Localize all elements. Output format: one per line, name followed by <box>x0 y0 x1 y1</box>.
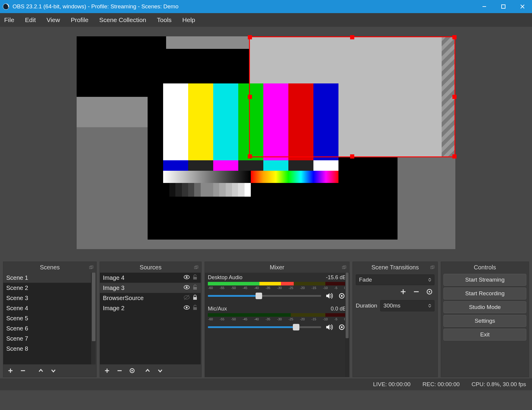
source-row[interactable]: Image 4 <box>100 273 201 283</box>
menu-file[interactable]: File <box>2 14 20 26</box>
updown-icon <box>425 304 434 308</box>
settings-button[interactable]: Settings <box>443 315 526 327</box>
lock-icon[interactable] <box>192 294 198 302</box>
source-image-3[interactable] <box>163 83 338 197</box>
svg-marker-31 <box>326 293 330 299</box>
start-streaming-button[interactable]: Start Streaming <box>443 274 526 286</box>
popout-icon[interactable] <box>342 264 347 269</box>
exit-button[interactable]: Exit <box>443 329 526 341</box>
scenes-scrollbar[interactable] <box>91 273 96 364</box>
unlock-icon[interactable] <box>192 284 198 292</box>
scene-label: Scene 1 <box>6 274 93 281</box>
add-scene-button[interactable] <box>4 365 16 376</box>
level-meter <box>208 313 346 317</box>
unlock-icon[interactable] <box>192 305 198 312</box>
channel-db: 0.0 dB <box>331 306 346 312</box>
menu-view[interactable]: View <box>41 14 65 26</box>
source-row[interactable]: Image 3 <box>100 283 201 293</box>
duration-spinbox[interactable]: 300ms <box>380 300 434 311</box>
sources-dock: Sources Image 4Image 3BrowserSourceImage… <box>100 262 202 377</box>
mixer-header[interactable]: Mixer <box>205 262 349 273</box>
window-maximize-button[interactable] <box>494 0 513 13</box>
status-rec: REC: 00:00:00 <box>423 381 460 388</box>
eye-off-icon[interactable] <box>183 294 190 302</box>
scenes-title: Scenes <box>40 264 60 271</box>
scene-label: Scene 3 <box>6 295 93 302</box>
add-transition-button[interactable] <box>398 286 408 297</box>
source-row[interactable]: Image 2 <box>100 303 201 313</box>
meter-ticks: -60-55-50-45-40-35-30-25-20-15-10-50 <box>208 317 346 322</box>
svg-rect-2 <box>502 5 505 8</box>
svg-point-22 <box>186 307 188 308</box>
scene-row[interactable]: Scene 3 <box>3 293 96 303</box>
scene-label: Scene 5 <box>6 315 93 322</box>
remove-source-button[interactable] <box>114 365 126 376</box>
eye-icon[interactable] <box>183 304 190 312</box>
volume-slider[interactable] <box>208 293 321 299</box>
studio-mode-button[interactable]: Studio Mode <box>443 301 526 313</box>
svg-marker-34 <box>326 324 330 330</box>
statusbar: LIVE: 00:00:00 REC: 00:00:00 CPU: 0.8%, … <box>0 378 532 390</box>
menu-profile[interactable]: Profile <box>65 14 94 26</box>
window-close-button[interactable] <box>513 0 532 13</box>
controls-header: Controls <box>441 262 529 273</box>
scene-row[interactable]: Scene 7 <box>3 333 96 344</box>
preview-canvas[interactable] <box>77 36 455 249</box>
volume-slider[interactable] <box>208 324 321 330</box>
level-meter <box>208 282 346 285</box>
scene-row[interactable]: Scene 2 <box>3 283 96 293</box>
transitions-dock: Scene Transitions Fade <box>352 262 438 377</box>
channel-name: Desktop Audio <box>208 274 242 281</box>
transition-select-value: Fade <box>356 277 425 283</box>
menubar: File Edit View Profile Scene Collection … <box>0 13 532 27</box>
updown-icon <box>425 278 434 282</box>
unlock-icon[interactable] <box>192 274 198 282</box>
transition-properties-button[interactable] <box>424 286 434 297</box>
menu-tools[interactable]: Tools <box>151 14 177 26</box>
sources-list: Image 4Image 3BrowserSourceImage 2 <box>100 273 201 364</box>
scene-row[interactable]: Scene 4 <box>3 303 96 313</box>
scene-down-button[interactable] <box>47 365 59 376</box>
sources-header[interactable]: Sources <box>100 262 201 273</box>
source-row[interactable]: BrowserSource <box>100 293 201 303</box>
scenes-header[interactable]: Scenes <box>3 262 96 273</box>
mixer-dock: Mixer Desktop Audio-15.6 dB-60-55-50-45-… <box>205 262 349 377</box>
menu-help[interactable]: Help <box>177 14 200 26</box>
menu-scene-collection[interactable]: Scene Collection <box>94 14 152 26</box>
status-cpu: CPU: 0.8%, 30.00 fps <box>471 381 526 388</box>
source-properties-button[interactable] <box>126 365 138 376</box>
scene-up-button[interactable] <box>35 365 47 376</box>
scene-row[interactable]: Scene 1 <box>3 273 96 283</box>
svg-point-33 <box>341 295 343 297</box>
mixer-title: Mixer <box>270 264 284 271</box>
source-label: BrowserSource <box>103 295 183 302</box>
scene-row[interactable]: Scene 5 <box>3 313 96 323</box>
popout-icon[interactable] <box>194 264 199 269</box>
remove-transition-button[interactable] <box>411 286 421 297</box>
channel-name: Mic/Aux <box>208 306 227 312</box>
popout-icon[interactable] <box>430 264 435 269</box>
scene-row[interactable]: Scene 8 <box>3 344 96 354</box>
menu-edit[interactable]: Edit <box>20 14 41 26</box>
source-down-button[interactable] <box>154 365 166 376</box>
duration-label: Duration <box>356 302 377 309</box>
scene-row[interactable]: Scene 6 <box>3 323 96 333</box>
speaker-icon[interactable] <box>325 291 334 300</box>
meter-ticks: -60-55-50-45-40-35-30-25-20-15-10-50 <box>208 286 346 290</box>
transitions-header[interactable]: Scene Transitions <box>353 262 437 273</box>
mixer-scrollbar[interactable] <box>345 273 349 377</box>
eye-icon[interactable] <box>183 284 190 292</box>
transition-select[interactable]: Fade <box>356 274 434 285</box>
popout-icon[interactable] <box>89 264 94 269</box>
add-source-button[interactable] <box>101 365 113 376</box>
remove-scene-button[interactable] <box>17 365 29 376</box>
scene-label: Scene 4 <box>6 305 93 312</box>
eye-icon[interactable] <box>183 274 190 282</box>
start-recording-button[interactable]: Start Recording <box>443 288 526 299</box>
window-minimize-button[interactable] <box>475 0 494 13</box>
svg-rect-17 <box>193 287 197 290</box>
obs-logo-icon <box>2 3 10 10</box>
speaker-icon[interactable] <box>325 323 334 332</box>
svg-point-28 <box>132 370 133 372</box>
source-up-button[interactable] <box>142 365 154 376</box>
